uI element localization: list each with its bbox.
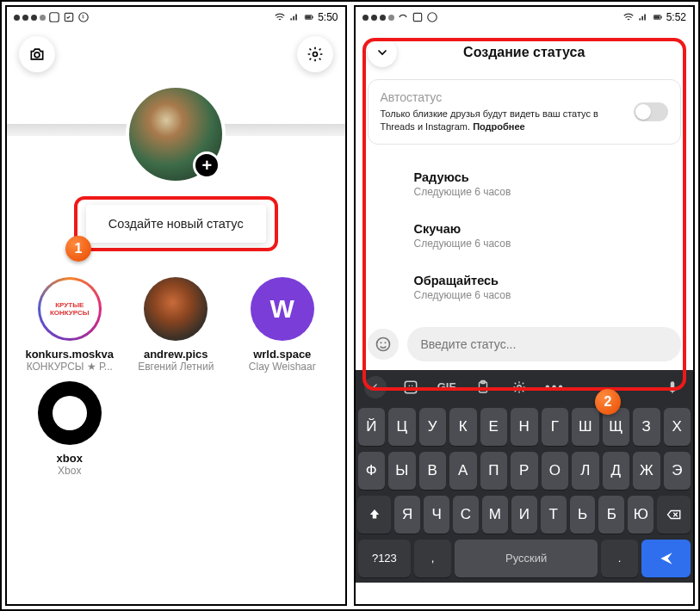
svg-point-14 xyxy=(380,342,381,343)
key[interactable]: Э xyxy=(664,452,691,490)
key[interactable]: А xyxy=(449,452,477,490)
key[interactable]: Ф xyxy=(358,452,386,490)
kbd-settings[interactable] xyxy=(507,375,531,399)
status-option[interactable]: Радуюсь Следующие 6 часов xyxy=(373,158,677,210)
key[interactable]: П xyxy=(480,452,508,490)
friend-item[interactable]: andrew.pics Евгений Летний xyxy=(127,277,226,373)
sheet-header: Создание статуса xyxy=(356,28,694,76)
kbd-more[interactable]: ••• xyxy=(543,375,567,399)
autostatus-toggle[interactable] xyxy=(634,102,668,121)
sheet-title: Создание статуса xyxy=(397,45,653,60)
friend-item[interactable]: КРУТЫЕКОНКУРСЫ konkurs.moskva КОНКУРСЫ ★… xyxy=(21,277,119,373)
key[interactable]: Л xyxy=(572,452,599,490)
create-status-button[interactable]: Создайте новый статус xyxy=(86,205,266,243)
clock: 5:52 xyxy=(666,11,686,23)
user-avatar[interactable]: + xyxy=(126,84,226,184)
key[interactable]: Й xyxy=(358,408,386,446)
key-comma[interactable]: , xyxy=(414,540,451,577)
key[interactable]: С xyxy=(453,496,479,534)
key[interactable]: Я xyxy=(394,496,420,534)
wifi-icon xyxy=(623,11,635,23)
key[interactable]: О xyxy=(542,452,569,490)
friend-sub: Clay Weishaar xyxy=(249,361,316,373)
svg-rect-8 xyxy=(413,13,421,21)
clipboard-icon xyxy=(475,380,491,395)
key[interactable]: Ж xyxy=(633,452,660,490)
svg-point-15 xyxy=(384,342,386,343)
key[interactable]: М xyxy=(482,496,508,534)
chevron-left-icon xyxy=(370,382,381,392)
friend-sub: Евгений Летний xyxy=(138,361,214,373)
friend-sub: Xbox xyxy=(58,465,81,477)
status-option-list: Радуюсь Следующие 6 часов Скучаю Следующ… xyxy=(356,151,694,320)
kbd-mic[interactable] xyxy=(660,375,685,399)
keyboard-toolbar: GIF ••• xyxy=(356,370,694,404)
autostatus-card: Автостатус Только близкие друзья будут в… xyxy=(368,79,682,145)
kbd-gif[interactable]: GIF xyxy=(435,375,459,399)
svg-point-21 xyxy=(517,385,521,389)
key[interactable]: Е xyxy=(480,408,508,446)
keyboard: Й Ц У К Е Н Г Ш Щ З Х Ф Ы В А П Р О Л Д … xyxy=(356,404,694,583)
status-input[interactable] xyxy=(407,327,682,361)
svg-point-9 xyxy=(427,13,437,22)
mic-icon xyxy=(665,380,680,395)
phone-right: 5:52 Создание статуса Автостатус Только … xyxy=(354,5,696,606)
key-shift[interactable] xyxy=(357,496,391,534)
key-symbols[interactable]: ?123 xyxy=(358,540,412,577)
key[interactable]: Т xyxy=(541,496,567,534)
key-space[interactable]: Русский xyxy=(455,540,598,577)
key[interactable]: Ю xyxy=(628,496,654,534)
keyboard-row: Ф Ы В А П Р О Л Д Ж Э xyxy=(358,452,691,490)
key[interactable]: Ь xyxy=(570,496,596,534)
app-icon xyxy=(48,11,60,23)
wifi-icon xyxy=(274,11,286,23)
key[interactable]: Ц xyxy=(388,408,416,446)
app-icon xyxy=(63,11,75,23)
key[interactable]: В xyxy=(419,452,447,490)
camera-button[interactable] xyxy=(19,36,55,72)
key[interactable]: Ч xyxy=(424,496,449,534)
smile-icon xyxy=(375,336,392,353)
step-badge-2: 2 xyxy=(595,389,621,415)
status-option[interactable]: Обращайтесь Следующие 6 часов xyxy=(373,262,677,313)
key[interactable]: Ш xyxy=(572,408,599,446)
key[interactable]: Ы xyxy=(388,452,416,490)
friend-item[interactable]: W wrld.space Clay Weishaar xyxy=(233,277,331,373)
svg-point-17 xyxy=(408,385,410,386)
friend-item[interactable]: xbox Xbox xyxy=(21,381,119,477)
gear-icon xyxy=(307,46,324,63)
signal-icon xyxy=(288,11,300,23)
status-option-title: Обращайтесь xyxy=(414,274,677,287)
key[interactable]: У xyxy=(419,408,447,446)
topbar xyxy=(7,28,345,81)
kbd-sticker[interactable] xyxy=(399,375,423,399)
key-backspace[interactable] xyxy=(657,496,691,534)
key[interactable]: Б xyxy=(598,496,624,534)
key[interactable]: Г xyxy=(542,408,569,446)
step-badge-1: 1 xyxy=(65,236,91,262)
keyboard-row: ?123 , Русский . xyxy=(358,540,691,577)
key-enter[interactable] xyxy=(641,540,691,577)
settings-button[interactable] xyxy=(297,36,333,72)
key[interactable]: Н xyxy=(511,408,538,446)
key[interactable]: К xyxy=(449,408,477,446)
key[interactable]: З xyxy=(633,408,660,446)
collapse-button[interactable] xyxy=(368,38,397,67)
add-status-badge[interactable]: + xyxy=(193,151,220,179)
emoji-button[interactable] xyxy=(368,329,399,360)
status-bar: 5:50 xyxy=(7,7,345,28)
status-option[interactable]: Скучаю Следующие 6 часов xyxy=(373,210,677,262)
friend-avatar: W xyxy=(251,277,314,341)
friend-name: konkurs.moskva xyxy=(25,348,114,361)
send-icon xyxy=(658,550,675,567)
kbd-collapse[interactable] xyxy=(364,376,387,398)
key-period[interactable]: . xyxy=(601,540,638,577)
svg-rect-5 xyxy=(313,16,313,18)
clock: 5:50 xyxy=(318,11,338,23)
key[interactable]: Х xyxy=(664,408,691,446)
key[interactable]: Д xyxy=(603,452,630,490)
key[interactable]: И xyxy=(511,496,537,534)
key[interactable]: Р xyxy=(511,452,538,490)
kbd-clipboard[interactable] xyxy=(471,375,495,399)
keyboard-row: Я Ч С М И Т Ь Б Ю xyxy=(358,496,691,534)
